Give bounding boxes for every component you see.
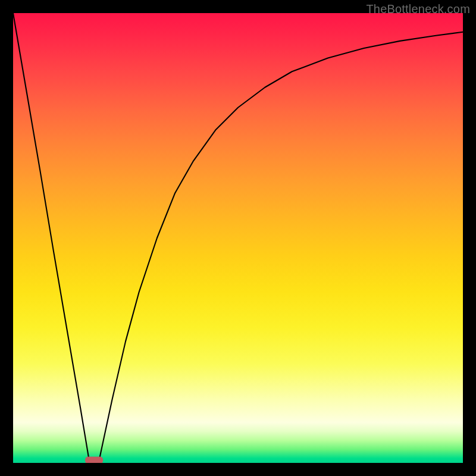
chart-frame: TheBottleneck.com xyxy=(0,0,476,476)
watermark-text: TheBottleneck.com xyxy=(366,2,470,16)
plot-area xyxy=(13,13,463,463)
